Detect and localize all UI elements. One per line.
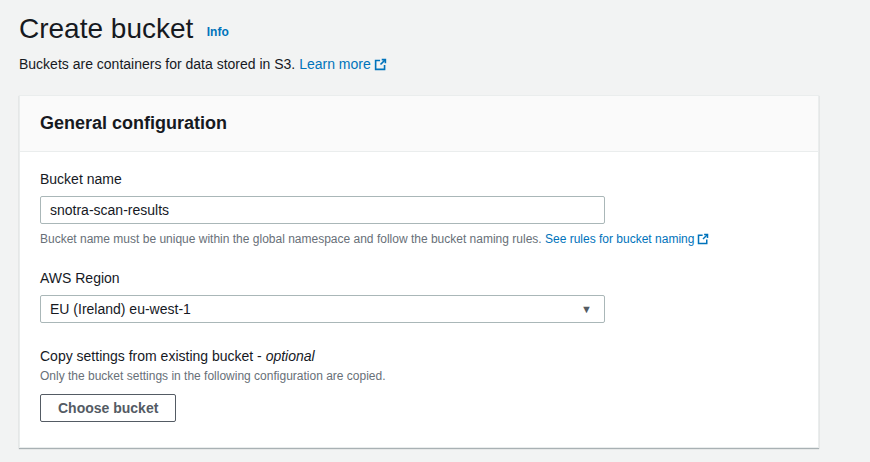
learn-more-link[interactable]: Learn more <box>299 56 387 72</box>
optional-label: optional <box>266 348 315 364</box>
subtitle-text: Buckets are containers for data stored i… <box>19 56 295 72</box>
copy-settings-label: Copy settings from existing bucket - opt… <box>40 348 798 364</box>
bucket-name-field: Bucket name Bucket name must be unique w… <box>40 171 798 248</box>
general-configuration-body: Bucket name Bucket name must be unique w… <box>20 152 818 447</box>
aws-region-selected-value: EU (Ireland) eu-west-1 <box>50 301 191 317</box>
aws-region-select[interactable]: EU (Ireland) eu-west-1 ▼ <box>40 295 605 323</box>
section-title: General configuration <box>40 113 798 134</box>
info-link[interactable]: Info <box>207 25 229 39</box>
page-heading: Create bucket Info <box>19 13 851 50</box>
external-link-icon <box>374 58 387 74</box>
general-configuration-header: General configuration <box>20 96 818 152</box>
chevron-down-icon: ▼ <box>581 304 592 315</box>
page-title: Create bucket <box>19 13 193 44</box>
general-configuration-card: General configuration Bucket name Bucket… <box>19 95 819 448</box>
aws-region-label: AWS Region <box>40 270 798 286</box>
bucket-name-input[interactable] <box>40 196 605 224</box>
external-link-icon <box>697 233 709 248</box>
copy-settings-section: Copy settings from existing bucket - opt… <box>40 348 798 422</box>
bucket-naming-rules-link[interactable]: See rules for bucket naming <box>545 232 709 246</box>
bucket-name-help: Bucket name must be unique within the gl… <box>40 232 798 248</box>
page-subtitle: Buckets are containers for data stored i… <box>19 56 851 74</box>
bucket-name-label: Bucket name <box>40 171 798 187</box>
aws-region-field: AWS Region EU (Ireland) eu-west-1 ▼ <box>40 270 798 323</box>
choose-bucket-button[interactable]: Choose bucket <box>40 394 176 422</box>
bucket-name-help-text: Bucket name must be unique within the gl… <box>40 232 542 246</box>
page-content: Create bucket Info Buckets are container… <box>0 0 870 462</box>
copy-settings-description: Only the bucket settings in the followin… <box>40 369 798 383</box>
